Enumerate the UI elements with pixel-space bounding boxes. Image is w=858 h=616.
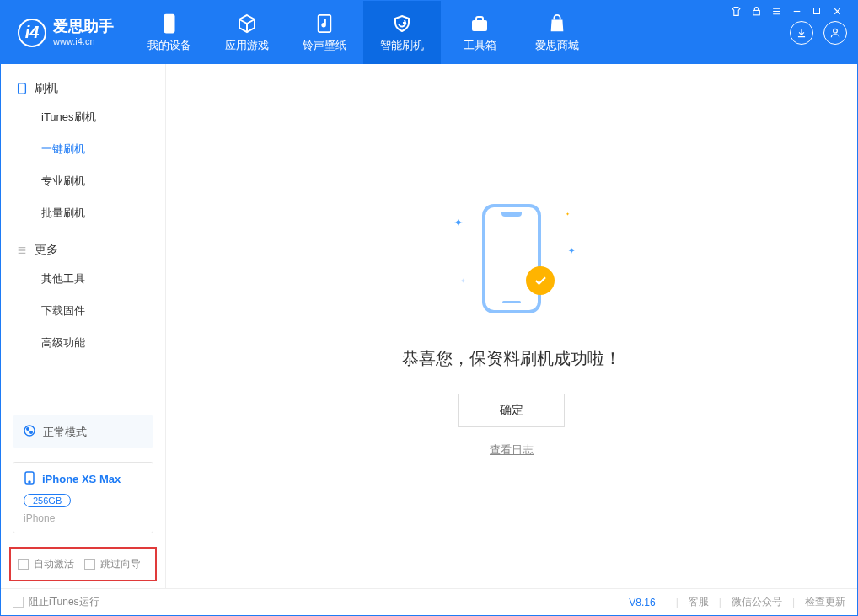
sidebar: 刷机 iTunes刷机 一键刷机 专业刷机 批量刷机 更多 其他工具 下载固件 … bbox=[1, 64, 166, 588]
checkbox-auto-activate[interactable]: 自动激活 bbox=[18, 557, 74, 571]
list-icon bbox=[16, 244, 28, 256]
phone-outline-icon bbox=[482, 204, 541, 313]
tab-my-device[interactable]: 我的设备 bbox=[131, 1, 208, 64]
logo[interactable]: i4 爱思助手 www.i4.cn bbox=[18, 18, 114, 47]
cube-icon bbox=[236, 13, 258, 35]
svg-rect-4 bbox=[472, 20, 487, 31]
svg-rect-0 bbox=[753, 10, 759, 14]
tab-label: 爱思商城 bbox=[535, 38, 579, 53]
sparkle-icon: ✦ bbox=[460, 277, 466, 285]
music-file-icon bbox=[314, 13, 335, 35]
footer-link-update[interactable]: 检查更新 bbox=[805, 595, 845, 609]
footer-link-support[interactable]: 客服 bbox=[689, 595, 709, 609]
tab-store[interactable]: 爱思商城 bbox=[518, 1, 596, 64]
tab-label: 我的设备 bbox=[147, 38, 191, 53]
minimize-icon[interactable] bbox=[791, 5, 802, 17]
main-content: ✦ ✦ ✦ ✦ 恭喜您，保资料刷机成功啦！ 确定 查看日志 bbox=[166, 64, 857, 588]
svg-point-5 bbox=[834, 29, 838, 33]
download-button[interactable] bbox=[790, 21, 813, 45]
sidebar-item-download-firmware[interactable]: 下载固件 bbox=[1, 295, 165, 327]
checkbox-skip-guide[interactable]: 跳过向导 bbox=[84, 557, 141, 571]
bag-icon bbox=[546, 13, 568, 35]
tab-smart-flash[interactable]: 智能刷机 bbox=[363, 1, 441, 64]
checkbox-block-itunes[interactable]: 阻止iTunes运行 bbox=[13, 595, 99, 609]
svg-point-7 bbox=[24, 426, 35, 436]
lock-icon[interactable] bbox=[750, 5, 762, 17]
user-button[interactable] bbox=[823, 21, 847, 45]
highlight-options: 自动激活 跳过向导 bbox=[9, 547, 157, 581]
svg-rect-1 bbox=[814, 8, 820, 14]
device-type: iPhone bbox=[24, 512, 55, 524]
refresh-shield-icon bbox=[391, 13, 413, 35]
shirt-icon[interactable] bbox=[730, 5, 742, 17]
body: 刷机 iTunes刷机 一键刷机 专业刷机 批量刷机 更多 其他工具 下载固件 … bbox=[1, 64, 857, 588]
header: i4 爱思助手 www.i4.cn 我的设备 应用游戏 铃声壁纸 智能刷机 bbox=[1, 1, 857, 64]
toolbox-icon bbox=[469, 13, 491, 35]
svg-point-8 bbox=[27, 428, 29, 431]
tab-label: 智能刷机 bbox=[380, 38, 424, 53]
sidebar-item-advanced[interactable]: 高级功能 bbox=[1, 327, 165, 359]
success-message: 恭喜您，保资料刷机成功啦！ bbox=[402, 347, 621, 370]
device-icon bbox=[158, 13, 180, 35]
check-badge-icon bbox=[526, 266, 555, 295]
app-subtitle: www.i4.cn bbox=[53, 36, 114, 47]
maximize-icon[interactable] bbox=[811, 5, 823, 17]
sparkle-icon: ✦ bbox=[453, 216, 464, 229]
device-name: iPhone XS Max bbox=[42, 473, 121, 485]
sidebar-group-more: 更多 bbox=[1, 238, 165, 263]
device-card[interactable]: iPhone XS Max 256GB iPhone bbox=[13, 462, 153, 533]
tab-label: 工具箱 bbox=[464, 38, 496, 53]
footer: 阻止iTunes运行 V8.16 | 客服 | 微信公众号 | 检查更新 bbox=[1, 588, 857, 615]
mode-icon bbox=[23, 424, 36, 440]
svg-point-9 bbox=[30, 431, 33, 434]
header-right bbox=[790, 21, 847, 45]
tab-label: 铃声壁纸 bbox=[303, 38, 346, 53]
tab-ringtone-wallpaper[interactable]: 铃声壁纸 bbox=[286, 1, 363, 64]
tab-apps-games[interactable]: 应用游戏 bbox=[208, 1, 286, 64]
close-icon[interactable] bbox=[831, 5, 843, 17]
device-storage: 256GB bbox=[24, 494, 71, 507]
svg-rect-2 bbox=[164, 13, 175, 33]
app-title: 爱思助手 bbox=[53, 18, 114, 36]
sparkle-icon: ✦ bbox=[566, 211, 570, 217]
success-illustration: ✦ ✦ ✦ ✦ bbox=[448, 196, 575, 322]
tab-toolbox[interactable]: 工具箱 bbox=[441, 1, 518, 64]
mode-label: 正常模式 bbox=[43, 425, 87, 440]
tabs: 我的设备 应用游戏 铃声壁纸 智能刷机 工具箱 爱思商城 bbox=[131, 1, 596, 64]
svg-point-11 bbox=[29, 481, 30, 483]
footer-links: V8.16 | 客服 | 微信公众号 | 检查更新 bbox=[629, 595, 845, 609]
ok-button[interactable]: 确定 bbox=[458, 394, 565, 427]
window-controls bbox=[730, 5, 843, 17]
logo-icon: i4 bbox=[18, 19, 46, 47]
checkbox-icon bbox=[18, 559, 29, 570]
sidebar-item-batch-flash[interactable]: 批量刷机 bbox=[1, 197, 165, 229]
mode-card[interactable]: 正常模式 bbox=[13, 415, 153, 448]
sidebar-group-flash: 刷机 bbox=[1, 76, 165, 101]
checkbox-icon bbox=[13, 597, 24, 608]
footer-link-wechat[interactable]: 微信公众号 bbox=[732, 595, 782, 609]
svg-rect-6 bbox=[19, 83, 26, 94]
sidebar-item-pro-flash[interactable]: 专业刷机 bbox=[1, 165, 165, 197]
sidebar-item-itunes-flash[interactable]: iTunes刷机 bbox=[1, 101, 165, 133]
phone-icon bbox=[16, 83, 28, 94]
sidebar-item-other-tools[interactable]: 其他工具 bbox=[1, 263, 165, 295]
version-label: V8.16 bbox=[629, 597, 655, 608]
sparkle-icon: ✦ bbox=[568, 246, 575, 255]
checkbox-icon bbox=[84, 559, 95, 570]
sidebar-item-oneclick-flash[interactable]: 一键刷机 bbox=[1, 133, 165, 165]
device-phone-icon bbox=[24, 471, 35, 487]
app-window: i4 爱思助手 www.i4.cn 我的设备 应用游戏 铃声壁纸 智能刷机 bbox=[0, 0, 858, 616]
view-log-link[interactable]: 查看日志 bbox=[490, 442, 534, 458]
tab-label: 应用游戏 bbox=[225, 38, 269, 53]
menu-icon[interactable] bbox=[770, 5, 782, 17]
